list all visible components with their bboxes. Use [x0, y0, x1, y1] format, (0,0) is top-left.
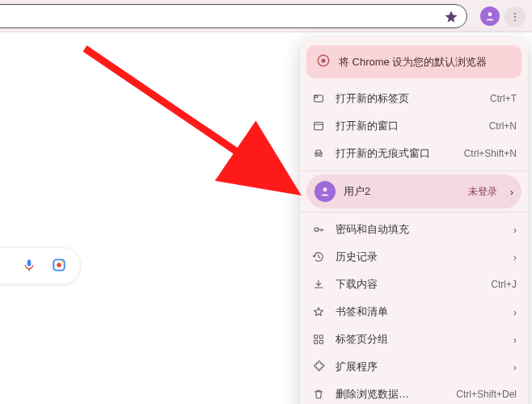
svg-rect-19 [319, 335, 323, 339]
svg-rect-21 [319, 340, 323, 343]
user-status: 未登录 [468, 185, 497, 199]
lens-search-icon[interactable] [51, 257, 67, 276]
new-tab-icon [311, 92, 326, 105]
chevron-right-icon: › [513, 306, 517, 318]
menu-label: 打开新的窗口 [336, 119, 479, 133]
svg-rect-4 [27, 259, 32, 266]
menu-shortcut: Ctrl+Shift+N [464, 148, 517, 159]
menu-user-profile[interactable]: 用户2 未登录 › [306, 175, 521, 208]
star-icon [311, 305, 326, 318]
profile-button[interactable] [480, 6, 500, 26]
chevron-right-icon: › [513, 334, 517, 346]
svg-point-0 [488, 12, 492, 16]
menu-label: 扩展程序 [336, 360, 504, 374]
chrome-logo-icon [316, 53, 331, 70]
chevron-right-icon: › [513, 224, 517, 236]
menu-divider [300, 170, 528, 171]
chevron-right-icon: › [513, 251, 517, 263]
chrome-menu-button[interactable] [505, 6, 526, 27]
address-bar[interactable] [0, 4, 467, 28]
svg-point-8 [61, 260, 63, 262]
svg-point-10 [321, 58, 325, 62]
menu-shortcut: Ctrl+J [491, 279, 517, 290]
banner-label: 将 Chrome 设为您的默认浏览器 [339, 55, 487, 69]
svg-rect-11 [315, 95, 323, 102]
menu-shortcut: Ctrl+N [489, 120, 517, 132]
history-icon [311, 250, 326, 263]
chevron-right-icon: › [510, 186, 513, 198]
menu-label: 打开新的标签页 [336, 91, 480, 106]
menu-divider [300, 212, 528, 213]
voice-search-icon[interactable] [22, 256, 36, 276]
svg-rect-20 [315, 340, 318, 343]
svg-point-2 [514, 16, 516, 18]
chevron-right-icon: › [513, 361, 517, 373]
menu-tab-groups[interactable]: 标签页分组 › [300, 326, 528, 353]
svg-rect-12 [315, 95, 318, 98]
trash-icon [311, 388, 326, 401]
menu-history[interactable]: 历史记录 › [300, 243, 528, 271]
menu-shortcut: Ctrl+Shift+Del [456, 389, 517, 400]
svg-point-1 [514, 13, 516, 15]
browser-toolbar [0, 0, 532, 32]
new-window-icon [311, 120, 326, 133]
menu-bookmarks[interactable]: 书签和清单 › [300, 298, 528, 326]
user-label: 用户2 [344, 184, 460, 199]
menu-label: 书签和清单 [336, 305, 504, 319]
default-browser-banner[interactable]: 将 Chrome 设为您的默认浏览器 [306, 45, 521, 78]
tabgroup-icon [311, 333, 326, 346]
menu-label: 标签页分组 [336, 332, 504, 347]
svg-point-3 [514, 19, 516, 21]
bookmark-star-icon[interactable] [444, 10, 458, 27]
menu-label: 密码和自动填充 [336, 222, 504, 237]
menu-clear-data[interactable]: 删除浏览数据… Ctrl+Shift+Del [300, 381, 528, 404]
svg-rect-18 [315, 335, 318, 339]
menu-label: 下载内容 [336, 277, 481, 292]
menu-incognito[interactable]: 打开新的无痕式窗口 Ctrl+Shift+N [300, 140, 528, 167]
menu-passwords[interactable]: 密码和自动填充 › [300, 216, 528, 243]
google-search-bar[interactable] [0, 247, 81, 284]
menu-new-tab[interactable]: 打开新的标签页 Ctrl+T [300, 85, 528, 112]
key-icon [311, 223, 326, 236]
svg-rect-13 [315, 122, 323, 129]
puzzle-icon [311, 360, 326, 373]
menu-label: 打开新的无痕式窗口 [336, 146, 454, 161]
incognito-icon [311, 147, 326, 160]
menu-label: 历史记录 [336, 250, 504, 264]
user-avatar-icon [315, 181, 336, 202]
menu-new-window[interactable]: 打开新的窗口 Ctrl+N [300, 112, 528, 140]
menu-shortcut: Ctrl+T [490, 93, 517, 104]
svg-point-17 [315, 228, 319, 232]
svg-point-16 [323, 187, 327, 191]
svg-point-7 [57, 263, 61, 267]
chrome-main-menu: 将 Chrome 设为您的默认浏览器 打开新的标签页 Ctrl+T 打开新的窗口… [300, 37, 528, 404]
download-icon [311, 278, 326, 291]
menu-label: 删除浏览数据… [336, 387, 446, 402]
menu-downloads[interactable]: 下载内容 Ctrl+J [300, 271, 528, 298]
menu-extensions[interactable]: 扩展程序 › [300, 353, 528, 381]
